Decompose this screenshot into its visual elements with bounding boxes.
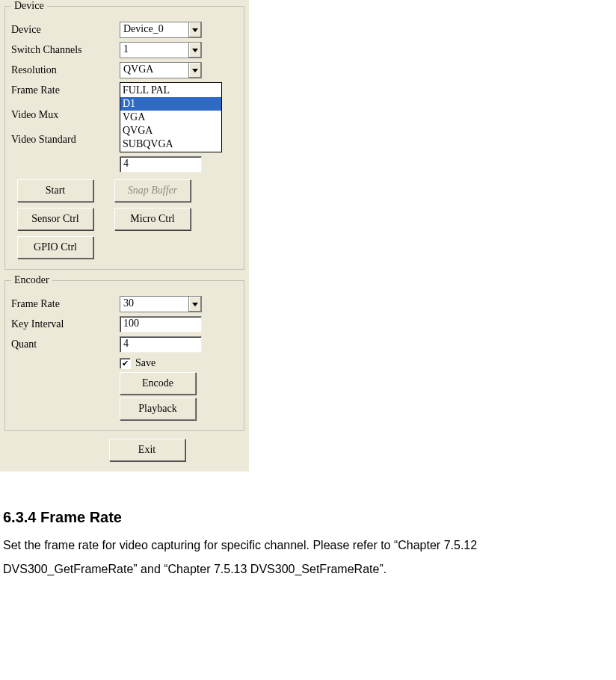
documentation-text: 6.3.4 Frame Rate Set the frame rate for … xyxy=(0,472,613,581)
video-mux-label: Video Mux xyxy=(11,107,120,121)
extra-input[interactable]: 4 xyxy=(120,156,202,173)
device-group-legend: Device xyxy=(11,0,47,12)
video-standard-label: Video Standard xyxy=(11,132,120,146)
encoder-frame-rate-label: Frame Rate xyxy=(11,296,120,310)
gpio-ctrl-button[interactable]: GPIO Ctrl xyxy=(17,236,93,259)
dropdown-arrow-icon[interactable] xyxy=(188,296,202,312)
device-select[interactable]: Device_0 xyxy=(120,22,202,38)
key-interval-input[interactable]: 100 xyxy=(120,316,202,333)
svg-marker-1 xyxy=(192,49,198,52)
settings-panel: Device Device Device_0 Switch Channels 1… xyxy=(0,0,249,472)
device-button-grid: Start Sensor Ctrl GPIO Ctrl Snap Buffer … xyxy=(17,176,232,262)
device-select-value: Device_0 xyxy=(120,22,188,38)
exit-button[interactable]: Exit xyxy=(109,439,185,461)
encoder-frame-rate-value: 30 xyxy=(120,296,188,312)
frame-rate-label: Frame Rate xyxy=(11,82,120,96)
device-group: Device Device Device_0 Switch Channels 1… xyxy=(4,0,244,270)
svg-marker-0 xyxy=(192,28,198,32)
device-label: Device xyxy=(11,22,120,36)
list-item[interactable]: VGA xyxy=(120,111,221,124)
resolution-value: QVGA xyxy=(120,62,188,78)
quant-input[interactable]: 4 xyxy=(120,336,202,353)
list-item[interactable]: SUBQVGA xyxy=(120,137,221,151)
resolution-listbox[interactable]: FULL PAL D1 VGA QVGA SUBQVGA xyxy=(120,82,222,152)
svg-marker-2 xyxy=(192,69,198,72)
resolution-select[interactable]: QVGA xyxy=(120,62,202,78)
doc-body: Set the frame rate for video capturing f… xyxy=(3,534,610,581)
switch-channels-value: 1 xyxy=(120,42,188,58)
checkmark-icon: ✔ xyxy=(122,359,129,368)
key-interval-label: Key Interval xyxy=(11,316,120,330)
encoder-frame-rate-select[interactable]: 30 xyxy=(120,296,202,312)
list-item[interactable]: D1 xyxy=(120,97,221,111)
list-item[interactable]: QVGA xyxy=(120,124,221,137)
save-checkbox[interactable]: ✔ xyxy=(120,358,131,369)
encode-button[interactable]: Encode xyxy=(120,372,196,395)
dropdown-arrow-icon[interactable] xyxy=(188,42,202,58)
encoder-group-legend: Encoder xyxy=(11,274,52,286)
quant-label: Quant xyxy=(11,336,120,350)
dropdown-arrow-icon[interactable] xyxy=(188,22,202,38)
sensor-ctrl-button[interactable]: Sensor Ctrl xyxy=(17,208,93,230)
svg-marker-3 xyxy=(192,303,198,306)
resolution-label: Resolution xyxy=(11,62,120,76)
playback-button[interactable]: Playback xyxy=(120,398,196,420)
micro-ctrl-button[interactable]: Micro Ctrl xyxy=(114,208,191,230)
doc-heading: 6.3.4 Frame Rate xyxy=(3,509,610,526)
save-checkbox-label: Save xyxy=(135,357,155,369)
start-button[interactable]: Start xyxy=(17,179,93,202)
switch-channels-select[interactable]: 1 xyxy=(120,42,202,58)
list-item[interactable]: FULL PAL xyxy=(120,84,221,97)
snap-buffer-button: Snap Buffer xyxy=(114,179,191,202)
switch-channels-label: Switch Channels xyxy=(11,42,120,56)
dropdown-arrow-icon[interactable] xyxy=(188,62,202,78)
encoder-group: Encoder Frame Rate 30 Key Interval 100 Q… xyxy=(4,274,244,431)
